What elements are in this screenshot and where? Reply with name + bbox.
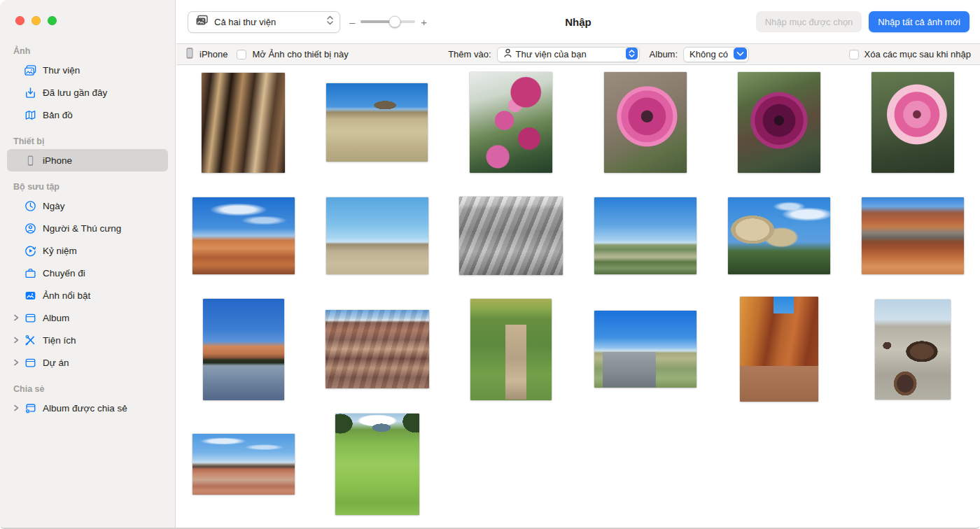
- open-photos-checkbox[interactable]: [237, 50, 246, 59]
- sidebar-item-label: Dự án: [43, 358, 69, 368]
- photo-cell: [712, 179, 846, 292]
- chevron-up-down-icon: [326, 15, 334, 29]
- utilities-icon: [22, 334, 38, 347]
- device-name: iPhone: [200, 49, 227, 59]
- sidebar-item-days[interactable]: Ngày: [7, 195, 168, 217]
- open-photos-checkbox-label[interactable]: Mở Ảnh cho thiết bị này: [252, 49, 348, 59]
- photo-thumbnail-p18[interactable]: [875, 299, 951, 400]
- section-label: Chia sẻ: [13, 384, 175, 394]
- delete-after-import-label[interactable]: Xóa các mục sau khi nhập: [864, 49, 971, 59]
- photo-cell: [444, 179, 578, 292]
- photo-thumbnail-p2[interactable]: [326, 83, 428, 162]
- sidebar-item-map[interactable]: Bản đồ: [7, 104, 168, 126]
- photo-thumbnail-p15[interactable]: [470, 299, 552, 400]
- photo-thumbnail-p13[interactable]: [203, 299, 284, 400]
- sidebar-item-albums[interactable]: Album: [7, 306, 168, 329]
- stepper-up-down-icon: [626, 48, 638, 62]
- sidebar-item-label: Kỷ niệm: [43, 246, 77, 256]
- section-label: Ảnh: [13, 46, 175, 56]
- delete-after-import-checkbox[interactable]: [849, 50, 859, 59]
- photo-grid-row: [176, 406, 980, 522]
- shared-album-icon: [22, 402, 38, 415]
- photo-cell: [846, 179, 979, 292]
- photo-thumbnail-p5[interactable]: [738, 72, 820, 173]
- photo-thumbnail-p16[interactable]: [594, 311, 696, 388]
- photo-thumbnail-p6[interactable]: [872, 72, 954, 173]
- photo-thumbnail-p10[interactable]: [594, 197, 696, 274]
- photo-cell: [310, 66, 444, 179]
- projects-icon: [22, 356, 38, 369]
- photo-thumbnail-p17[interactable]: [740, 297, 818, 402]
- window-controls: [15, 16, 57, 25]
- sidebar-item-label: Đã lưu gần đây: [43, 87, 107, 98]
- import-selected-button[interactable]: Nhập mục được chọn: [756, 11, 862, 32]
- sidebar-item-label: Thư viện: [43, 65, 80, 76]
- zoom-slider-track[interactable]: [360, 20, 415, 23]
- import-options-bar: iPhone Mở Ảnh cho thiết bị này Thêm vào:…: [176, 43, 980, 65]
- disclosure-chevron[interactable]: [13, 314, 22, 321]
- sidebar-section-devices: Thiết bị iPhone: [0, 136, 175, 171]
- download-tray-icon: [22, 86, 38, 99]
- zoom-slider-thumb[interactable]: [388, 16, 400, 28]
- photo-thumbnail-p14[interactable]: [326, 310, 429, 388]
- photo-thumbnail-p12[interactable]: [862, 197, 964, 274]
- library-selector[interactable]: Cả hai thư viện: [188, 11, 340, 33]
- add-to-popup[interactable]: Thư viện của bạn: [497, 47, 640, 62]
- zoom-button[interactable]: [48, 16, 57, 25]
- chevron-down-icon: [734, 48, 747, 62]
- photo-thumbnail-p4[interactable]: [604, 72, 687, 173]
- sidebar-item-memories[interactable]: Kỷ niệm: [7, 239, 168, 262]
- sidebar-section-collections: Bộ sưu tập Ngày Người & Thú cưng: [0, 182, 175, 374]
- iphone-icon: [186, 47, 194, 62]
- zoom-in-label[interactable]: +: [421, 17, 427, 27]
- sidebar-item-featured[interactable]: Ảnh nổi bật: [7, 284, 168, 306]
- photos-icon: [22, 64, 38, 77]
- album-icon: [22, 311, 38, 325]
- disclosure-chevron[interactable]: [13, 359, 22, 366]
- sidebar-item-people-pets[interactable]: Người & Thú cưng: [7, 217, 168, 239]
- sidebar-item-label: Bản đồ: [43, 110, 73, 120]
- photo-cell: [310, 179, 444, 292]
- photo-thumbnail-p9[interactable]: [459, 197, 563, 275]
- disclosure-chevron[interactable]: [13, 404, 22, 411]
- photo-thumbnail-p20[interactable]: [335, 414, 419, 515]
- minimize-button[interactable]: [31, 16, 41, 25]
- add-to-label: Thêm vào:: [448, 49, 491, 59]
- photo-thumbnail-p1[interactable]: [202, 73, 285, 173]
- photo-thumbnail-p3[interactable]: [470, 72, 552, 173]
- sidebar-item-projects[interactable]: Dự án: [7, 351, 168, 374]
- thumbnail-zoom-slider[interactable]: – +: [349, 17, 427, 27]
- sidebar-item-utilities[interactable]: Tiện ích: [7, 329, 168, 351]
- zoom-out-label[interactable]: –: [349, 17, 355, 27]
- memories-icon: [22, 244, 38, 258]
- add-to-value: Thư viện của bạn: [513, 49, 626, 59]
- top-toolbar: Cả hai thư viện – + Nhập Nhập mục được c…: [176, 0, 980, 43]
- iphone-icon: [22, 154, 38, 167]
- photo-cell: [578, 292, 712, 406]
- sidebar-item-shared-albums[interactable]: Album được chia sẻ: [7, 397, 168, 419]
- sidebar-item-recently-saved[interactable]: Đã lưu gần đây: [7, 81, 168, 104]
- photo-cell: [712, 66, 846, 179]
- section-label: Bộ sưu tập: [13, 182, 175, 192]
- disclosure-chevron[interactable]: [13, 337, 22, 344]
- photos-stack-icon: [195, 13, 209, 30]
- sidebar-item-iphone[interactable]: iPhone: [7, 149, 168, 171]
- photo-cell: [712, 292, 846, 406]
- photo-grid-row: [176, 292, 980, 406]
- album-popup[interactable]: Không có: [683, 47, 749, 62]
- sidebar-item-library[interactable]: Thư viện: [7, 59, 168, 81]
- sidebar-item-label: Album: [43, 313, 69, 323]
- photo-cell: [578, 179, 712, 292]
- photo-thumbnail-p19[interactable]: [192, 434, 295, 495]
- close-button[interactable]: [15, 16, 24, 25]
- photo-thumbnail-p7[interactable]: [192, 197, 295, 274]
- photo-thumbnail-p11[interactable]: [728, 197, 830, 274]
- photo-cell: [578, 66, 712, 179]
- photo-cell: [846, 66, 979, 179]
- sidebar-item-label: Chuyến đi: [43, 268, 85, 278]
- photo-cell: [176, 179, 310, 292]
- import-all-button[interactable]: Nhập tất cả ảnh mới: [869, 11, 969, 32]
- sidebar-section-shared: Chia sẻ Album được chia sẻ: [0, 384, 175, 419]
- photo-thumbnail-p8[interactable]: [326, 197, 428, 274]
- sidebar-item-trips[interactable]: Chuyến đi: [7, 262, 168, 284]
